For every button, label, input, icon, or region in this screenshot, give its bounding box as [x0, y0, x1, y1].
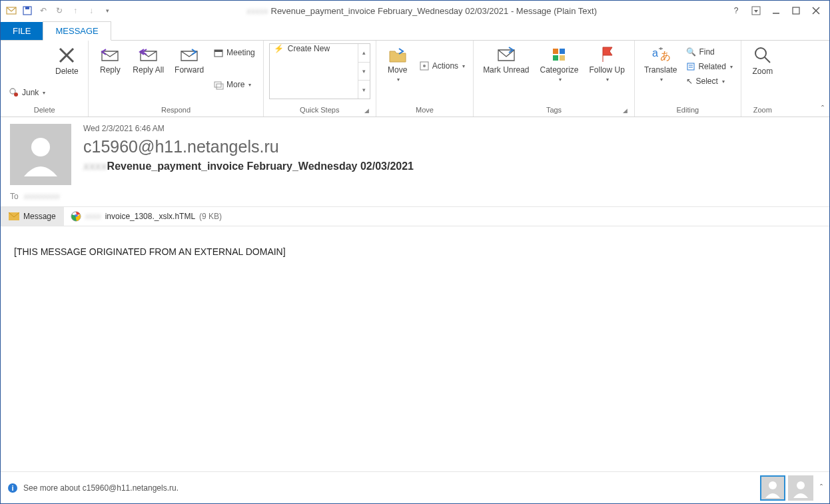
find-label: Find	[699, 47, 714, 57]
redacted-text: xxxxxxxxx	[24, 192, 60, 201]
tab-file[interactable]: FILE	[1, 22, 43, 40]
svg-rect-5	[793, 7, 799, 14]
svg-rect-21	[560, 55, 565, 61]
avatar-recipient[interactable]	[788, 475, 813, 501]
scroll-up-icon[interactable]: ▴	[358, 44, 370, 63]
junk-button[interactable]: Junk▾	[6, 86, 48, 99]
svg-point-27	[755, 48, 766, 59]
svg-rect-24	[687, 63, 694, 70]
more-label: More	[226, 80, 244, 89]
to-label: To	[10, 192, 19, 201]
attachment-item[interactable]: xxxx invoice_1308._xslx.hTML (9 KB)	[64, 211, 228, 222]
group-label-zoom: Zoom	[747, 105, 779, 115]
svg-rect-15	[216, 84, 223, 89]
tab-message[interactable]: MESSAGE	[43, 21, 111, 41]
header-info: Wed 2/3/2021 6:46 AM c15960@h11.netangel…	[83, 124, 820, 185]
translate-label: Translate	[644, 65, 677, 75]
group-move: Move▾ Actions▾ Move	[376, 41, 474, 117]
redacted-text: xxxx	[85, 212, 101, 221]
redo-icon[interactable]: ↻	[54, 5, 65, 16]
launcher-icon[interactable]: ◢	[364, 107, 369, 114]
scroll-down-icon[interactable]: ▾	[358, 63, 370, 81]
window-controls: ?	[731, 5, 827, 16]
reply-all-button[interactable]: Reply All	[129, 43, 168, 76]
message-from: c15960@h11.netangels.ru	[83, 137, 820, 156]
svg-rect-14	[214, 82, 221, 87]
junk-label: Junk	[22, 88, 39, 97]
translate-button[interactable]: aあ Translate▾	[640, 43, 681, 85]
ribbon-collapse-icon[interactable]: ˆ	[821, 105, 824, 114]
select-button[interactable]: ↖ Select▾	[683, 75, 735, 87]
categorize-button[interactable]: Categorize▾	[536, 43, 582, 85]
svg-text:a: a	[652, 47, 658, 59]
message-tab-button[interactable]: Message	[1, 207, 64, 226]
follow-up-button[interactable]: Follow Up▾	[586, 43, 629, 85]
message-date: Wed 2/3/2021 6:46 AM	[83, 124, 820, 133]
avatar-sender[interactable]	[760, 475, 785, 501]
footer-avatars	[760, 475, 813, 501]
mail-icon	[6, 5, 17, 16]
attachment-bar: Message xxxx invoice_1308._xslx.hTML (9 …	[1, 206, 829, 226]
more-button[interactable]: More▾	[210, 78, 258, 91]
people-pane: i See more about c15960@h11.netangels.ru…	[1, 471, 829, 503]
qat-customize-icon[interactable]: ▾	[102, 5, 113, 16]
svg-point-9	[14, 93, 18, 97]
svg-rect-18	[553, 49, 558, 54]
categorize-label: Categorize	[540, 65, 578, 75]
svg-text:あ: あ	[660, 50, 671, 61]
group-label-tags: Tags◢	[479, 105, 629, 115]
save-icon[interactable]	[22, 5, 33, 16]
find-button[interactable]: 🔍 Find	[683, 46, 735, 58]
launcher-icon[interactable]: ◢	[623, 107, 627, 114]
lightning-icon: ⚡	[274, 44, 284, 53]
actions-button[interactable]: Actions▾	[416, 59, 468, 73]
quicksteps-gallery[interactable]: ⚡ Create New ▴ ▾ ▾	[269, 43, 370, 99]
cursor-icon: ↖	[686, 77, 693, 86]
group-respond: Reply Reply All Forward Meeting More▾	[89, 41, 263, 117]
svg-rect-20	[553, 55, 558, 61]
zoom-button[interactable]: Zoom	[747, 43, 779, 77]
help-icon[interactable]: ?	[731, 5, 741, 16]
reply-button[interactable]: Reply	[94, 43, 126, 76]
undo-icon[interactable]: ↶	[38, 5, 49, 16]
meeting-button[interactable]: Meeting	[210, 46, 258, 59]
related-button[interactable]: Related▾	[683, 61, 735, 73]
up-arrow-icon[interactable]: ↑	[70, 5, 81, 16]
move-button[interactable]: Move▾	[382, 43, 414, 85]
minimize-icon[interactable]	[771, 5, 781, 16]
maximize-icon[interactable]	[791, 5, 801, 16]
svg-point-36	[797, 481, 805, 489]
scroll-more-icon[interactable]: ▾	[358, 81, 370, 99]
ribbon-display-icon[interactable]	[751, 5, 761, 16]
group-label-delete: Delete	[6, 105, 83, 115]
ribbon-tabs: FILE MESSAGE	[1, 21, 829, 41]
svg-rect-13	[214, 50, 222, 52]
people-pane-expand-icon[interactable]: ˆ	[820, 483, 823, 493]
quicksteps-scroll[interactable]: ▴ ▾ ▾	[358, 44, 370, 99]
follow-up-label: Follow Up	[590, 65, 625, 75]
group-delete: Junk▾ Delete Delete	[1, 41, 89, 117]
title-bar: ↶ ↻ ↑ ↓ ▾ xxxxx Revenue_payment_invoice …	[1, 1, 829, 21]
reply-all-label: Reply All	[133, 66, 164, 75]
forward-button[interactable]: Forward	[171, 43, 208, 76]
svg-line-28	[765, 57, 770, 63]
info-icon: i	[7, 483, 18, 493]
ribbon: Junk▾ Delete Delete Reply Reply All Forw…	[1, 41, 829, 117]
move-label: Move	[388, 65, 407, 75]
group-zoom: Zoom Zoom	[741, 41, 784, 117]
svg-point-35	[769, 481, 777, 489]
attachment-name: invoice_1308._xslx.hTML	[105, 212, 195, 221]
delete-button[interactable]: Delete	[51, 43, 83, 77]
mark-unread-button[interactable]: Mark Unread	[479, 43, 533, 76]
svg-rect-2	[25, 7, 29, 9]
mark-unread-label: Mark Unread	[483, 66, 529, 75]
footer-info-text: See more about c15960@h11.netangels.ru.	[23, 483, 179, 493]
group-tags: Mark Unread Categorize▾ Follow Up▾ Tags◢	[474, 41, 635, 117]
quickstep-create-new[interactable]: ⚡ Create New	[270, 44, 358, 53]
close-icon[interactable]	[811, 5, 821, 16]
message-tab-label: Message	[23, 212, 56, 221]
message-header: Wed 2/3/2021 6:46 AM c15960@h11.netangel…	[1, 117, 829, 185]
down-arrow-icon[interactable]: ↓	[86, 5, 97, 16]
select-label: Select	[695, 77, 717, 86]
attachment-size: (9 KB)	[199, 212, 222, 221]
